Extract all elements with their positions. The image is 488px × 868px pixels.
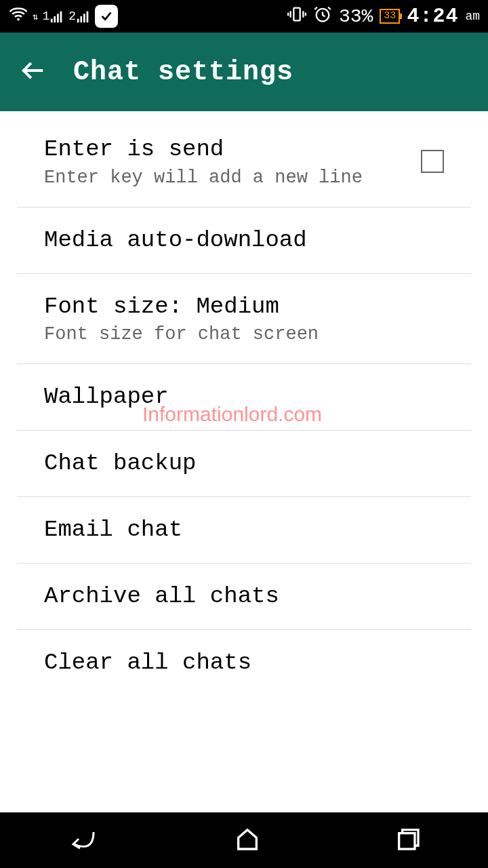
vibrate-icon (287, 5, 306, 28)
sim2-signal-icon: 2 (68, 9, 91, 24)
settings-list: Enter is send Enter key will add a new l… (0, 111, 488, 695)
svg-rect-16 (399, 833, 414, 848)
row-title: Chat backup (44, 450, 444, 477)
svg-point-0 (17, 18, 20, 20)
enter-is-send-checkbox[interactable] (421, 150, 444, 173)
sync-arrows-icon: ⇅ (33, 11, 38, 22)
check-badge-icon (95, 5, 118, 28)
app-bar: Chat settings (0, 33, 488, 111)
row-title: Email chat (44, 516, 444, 544)
row-email-chat[interactable]: Email chat (17, 497, 471, 564)
row-media-auto-download[interactable]: Media auto-download (17, 208, 471, 274)
row-title: Clear all chats (44, 649, 444, 677)
row-title: Font size: Medium (44, 293, 444, 321)
clock-time: 4:24 (407, 5, 458, 28)
nav-back-icon[interactable] (66, 825, 100, 856)
nav-home-icon[interactable] (234, 825, 261, 856)
wifi-icon (8, 4, 28, 29)
nav-recent-icon[interactable] (394, 825, 422, 856)
row-subtitle: Enter key will add a new line (44, 167, 421, 188)
row-font-size[interactable]: Font size: Medium Font size for chat scr… (17, 274, 471, 365)
row-wallpaper[interactable]: Wallpaper (17, 364, 471, 431)
row-title: Media auto-download (44, 226, 444, 254)
back-arrow-icon[interactable] (20, 58, 46, 87)
svg-rect-5 (77, 19, 79, 22)
row-title: Wallpaper (44, 383, 444, 411)
sim1-label: 1 (42, 9, 49, 23)
svg-rect-8 (87, 12, 89, 22)
svg-rect-4 (60, 12, 62, 22)
svg-rect-7 (83, 14, 85, 22)
status-bar: ⇅ 1 2 33% 33 4:24 am (0, 0, 488, 33)
row-archive-all-chats[interactable]: Archive all chats (17, 564, 471, 630)
svg-rect-6 (80, 16, 82, 22)
svg-rect-3 (57, 14, 59, 22)
sim2-label: 2 (68, 9, 76, 23)
svg-rect-9 (293, 7, 300, 20)
row-chat-backup[interactable]: Chat backup (17, 431, 471, 497)
row-title: Archive all chats (44, 583, 444, 610)
row-clear-all-chats[interactable]: Clear all chats (17, 630, 471, 696)
navigation-bar (0, 812, 488, 868)
row-subtitle: Font size for chat screen (44, 324, 444, 344)
row-enter-is-send[interactable]: Enter is send Enter key will add a new l… (17, 111, 471, 208)
row-title: Enter is send (44, 136, 421, 163)
svg-rect-2 (54, 16, 56, 22)
page-title: Chat settings (73, 57, 293, 87)
clock-ampm: am (465, 9, 480, 23)
alarm-icon (313, 5, 332, 28)
svg-rect-1 (51, 19, 53, 22)
battery-icon: 33 (380, 9, 400, 24)
sim1-signal-icon: 1 (42, 9, 64, 24)
battery-percent: 33% (339, 6, 373, 27)
